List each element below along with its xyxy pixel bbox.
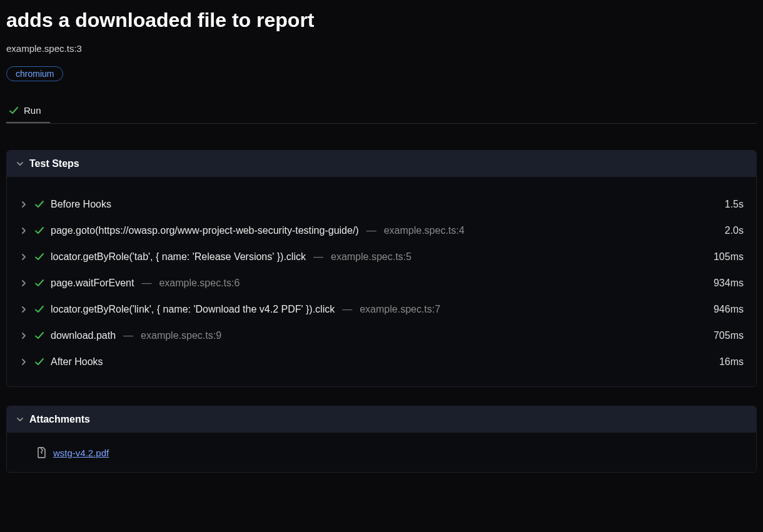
section-title: Attachments — [29, 414, 90, 425]
step-row[interactable]: page.goto(https://owasp.org/www-project-… — [13, 218, 750, 244]
step-title: After Hooks — [51, 356, 103, 368]
check-icon — [34, 252, 44, 262]
step-duration: 105ms — [714, 251, 744, 263]
chevron-right-icon — [19, 306, 28, 313]
step-title: page.goto(https://owasp.org/www-project-… — [51, 225, 359, 236]
check-icon — [34, 278, 44, 288]
file-location: example.spec.ts:3 — [6, 43, 757, 54]
loc-separator: — — [123, 330, 133, 341]
loc-separator: — — [366, 225, 376, 236]
step-location: example.spec.ts:6 — [159, 278, 240, 289]
step-row[interactable]: page.waitForEvent — example.spec.ts:6934… — [13, 270, 750, 296]
tab-label: Run — [24, 105, 41, 116]
attachments-panel: Attachments wstg-v4.2.pdf — [6, 406, 757, 473]
step-location: example.spec.ts:4 — [384, 225, 465, 236]
step-location: example.spec.ts:5 — [331, 251, 412, 263]
chevron-right-icon — [19, 201, 28, 208]
step-location: example.spec.ts:7 — [360, 304, 440, 315]
check-icon — [34, 357, 44, 367]
loc-separator: — — [342, 304, 352, 315]
loc-separator: — — [313, 251, 323, 263]
chevron-down-icon — [16, 416, 24, 423]
step-row[interactable]: locator.getByRole('link', { name: 'Downl… — [13, 296, 750, 323]
step-duration: 934ms — [714, 278, 744, 289]
step-row[interactable]: locator.getByRole('tab', { name: 'Releas… — [13, 244, 750, 270]
attachment-link[interactable]: wstg-v4.2.pdf — [53, 448, 109, 458]
test-steps-panel: Test Steps Before Hooks1.5spage.goto(htt… — [6, 150, 757, 387]
step-row[interactable]: After Hooks16ms — [13, 349, 750, 375]
check-icon — [34, 226, 44, 236]
step-title: locator.getByRole('tab', { name: 'Releas… — [51, 251, 306, 263]
step-title: download.path — [51, 330, 116, 341]
chevron-right-icon — [19, 227, 28, 234]
step-title: locator.getByRole('link', { name: 'Downl… — [51, 304, 335, 315]
check-icon — [34, 331, 44, 341]
attachment-row: wstg-v4.2.pdf — [37, 447, 744, 458]
step-duration: 2.0s — [725, 225, 744, 236]
loc-separator: — — [141, 278, 151, 289]
file-zip-icon — [37, 447, 47, 458]
step-location: example.spec.ts:9 — [141, 330, 221, 341]
step-title: page.waitForEvent — [51, 278, 134, 289]
check-icon — [34, 304, 44, 314]
section-title: Test Steps — [29, 158, 79, 169]
chevron-right-icon — [19, 279, 28, 287]
step-title: Before Hooks — [51, 199, 111, 210]
chevron-right-icon — [19, 332, 28, 339]
step-duration: 1.5s — [725, 199, 744, 210]
chevron-down-icon — [16, 160, 24, 168]
page-title: adds a downloaded file to report — [6, 9, 757, 32]
test-steps-header[interactable]: Test Steps — [7, 151, 756, 178]
chevron-right-icon — [19, 253, 28, 261]
step-row[interactable]: Before Hooks1.5s — [13, 191, 750, 218]
step-row[interactable]: download.path — example.spec.ts:9705ms — [13, 323, 750, 349]
browser-tag[interactable]: chromium — [6, 66, 63, 81]
step-duration: 705ms — [714, 330, 744, 341]
check-icon — [9, 106, 19, 116]
tab-run[interactable]: Run — [6, 101, 50, 123]
attachments-header[interactable]: Attachments — [7, 406, 756, 433]
step-duration: 946ms — [714, 304, 744, 315]
step-duration: 16ms — [719, 356, 744, 368]
chevron-right-icon — [19, 358, 28, 366]
check-icon — [34, 199, 44, 209]
